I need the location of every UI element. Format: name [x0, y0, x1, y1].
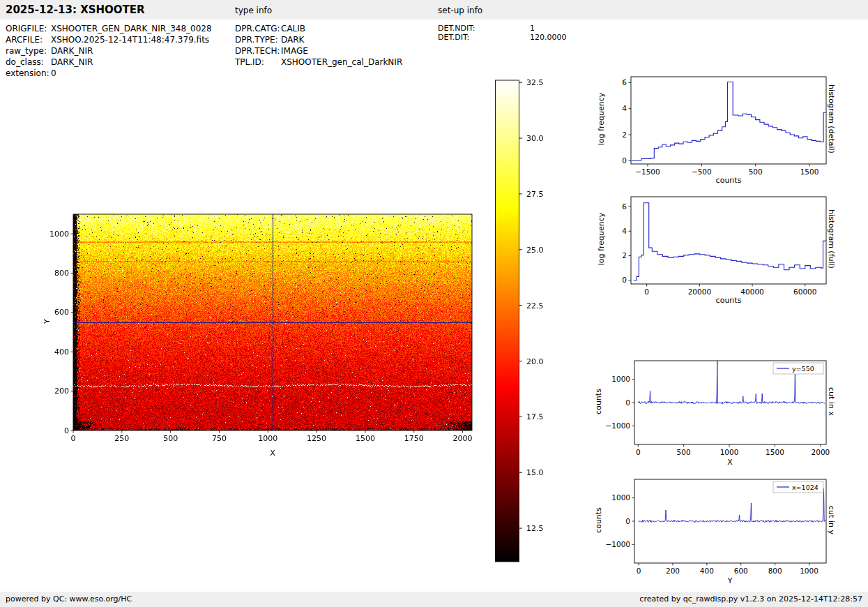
histogram-full-xlabel: counts [701, 296, 756, 305]
svg-text:−1500: −1500 [635, 167, 660, 176]
metadata-key: extension: [6, 68, 51, 79]
histogram-full-ylabel: log frequency [597, 197, 606, 281]
metadata-row: do_class:DARK_NIR [6, 57, 212, 68]
svg-text:1000: 1000 [258, 434, 277, 443]
metadata-key: ORIGFILE: [6, 23, 51, 34]
svg-text:25.0: 25.0 [526, 246, 544, 255]
svg-text:40000: 40000 [740, 287, 763, 296]
metadata-row: DPR.TECH:IMAGE [235, 45, 402, 57]
y-axis-label: Y [43, 304, 52, 339]
metadata-value: DARK_NIR [51, 57, 93, 67]
svg-text:x=1024: x=1024 [792, 484, 818, 491]
cut-x-xlabel: X [709, 458, 751, 467]
metadata-row: DET.DIT:120.0000 [438, 33, 567, 42]
svg-text:15.0: 15.0 [526, 468, 544, 477]
svg-text:400: 400 [700, 567, 714, 575]
metadata-row: DET.NDIT:1 [438, 24, 567, 33]
svg-text:200: 200 [54, 387, 69, 396]
svg-text:1500: 1500 [800, 167, 819, 176]
svg-text:800: 800 [768, 567, 782, 575]
setup-info-label: set-up info [438, 6, 482, 15]
page-title: 2025-12-13: XSHOOTER [6, 3, 145, 16]
svg-text:200: 200 [666, 567, 680, 575]
svg-text:1000: 1000 [720, 448, 739, 456]
footer-bar: powered by QC: www.eso.org/HC created by… [0, 592, 868, 607]
cut-x-right-label: cut in x [827, 360, 836, 444]
svg-text:6: 6 [622, 202, 627, 211]
metadata-row: ORIGFILE:XSHOOTER_GEN_DARK_NIR_348_0028 [6, 23, 212, 34]
svg-text:0: 0 [636, 448, 641, 456]
svg-text:0: 0 [622, 156, 627, 165]
svg-text:22.5: 22.5 [526, 301, 544, 310]
metadata-value: DARK [281, 35, 304, 45]
svg-text:0: 0 [622, 276, 627, 284]
svg-text:1000: 1000 [50, 230, 69, 239]
cut-y-xlabel: Y [709, 576, 751, 585]
svg-text:−1000: −1000 [605, 540, 630, 548]
metadata-row: raw_type:DARK_NIR [6, 45, 212, 57]
svg-text:60000: 60000 [793, 287, 816, 296]
footer-left-text: powered by QC: www.eso.org/HC [6, 594, 132, 604]
svg-text:y=550: y=550 [792, 365, 814, 373]
footer-right-text: created by qc_rawdisp.py v1.2.3 on 2025-… [639, 594, 862, 604]
metadata-row: extension:0 [6, 68, 212, 79]
svg-text:1250: 1250 [307, 434, 326, 443]
svg-text:500: 500 [677, 448, 691, 456]
metadata-value: XSHOOTER_gen_cal_DarkNIR [281, 57, 402, 67]
svg-text:20.0: 20.0 [526, 357, 544, 366]
metadata-key: raw_type: [6, 45, 51, 57]
svg-text:2000: 2000 [812, 448, 830, 456]
metadata-key: DPR.TYPE: [235, 34, 281, 45]
metadata-value: CALIB [281, 24, 305, 33]
svg-text:600: 600 [734, 567, 748, 575]
svg-text:6: 6 [622, 78, 627, 87]
colorbar-gradient [495, 80, 519, 562]
svg-text:600: 600 [54, 308, 69, 317]
svg-text:−1000: −1000 [605, 421, 630, 430]
dark-frame-panel: 0250500750100012501500175020000200400600… [28, 202, 509, 481]
colorbar-panel: 12.515.017.520.022.525.027.530.032.5 [495, 80, 572, 565]
dark-frame-image [73, 214, 472, 430]
svg-text:500: 500 [163, 434, 178, 443]
type-info-block: DPR.CATG:CALIB DPR.TYPE:DARK DPR.TECH:IM… [235, 23, 402, 68]
svg-text:250: 250 [114, 434, 129, 443]
qc-report-page: 2025-12-13: XSHOOTER type info set-up in… [0, 0, 868, 607]
svg-text:1000: 1000 [611, 493, 630, 502]
metadata-value: IMAGE [281, 46, 308, 56]
svg-text:2: 2 [622, 251, 627, 260]
svg-text:32.5: 32.5 [526, 80, 544, 87]
svg-text:2: 2 [622, 130, 627, 139]
metadata-key: DPR.CATG: [235, 23, 281, 34]
metadata-key: do_class: [6, 57, 51, 68]
svg-text:20000: 20000 [688, 287, 711, 296]
svg-text:1750: 1750 [404, 434, 424, 443]
header-bar: 2025-12-13: XSHOOTER type info set-up in… [0, 0, 868, 20]
histogram-detail-right-label: histogram (detail) [827, 77, 836, 161]
metadata-value: XSHOOTER_GEN_DARK_NIR_348_0028 [51, 24, 212, 33]
svg-text:1000: 1000 [800, 567, 818, 575]
metadata-key: TPL.ID: [235, 57, 281, 68]
metadata-row: DPR.TYPE:DARK [235, 34, 402, 45]
cut-y-ylabel: counts [594, 479, 603, 562]
histogram-detail-ylabel: log frequency [597, 77, 606, 161]
type-info-label: type info [235, 6, 272, 15]
setup-info-block: DET.NDIT:1 DET.DIT:120.0000 [438, 24, 567, 42]
svg-text:−500: −500 [692, 167, 712, 176]
svg-text:0: 0 [625, 398, 630, 407]
svg-text:750: 750 [212, 434, 227, 443]
metadata-key: ARCFILE: [6, 34, 51, 45]
svg-text:4: 4 [622, 227, 627, 235]
svg-text:1500: 1500 [356, 434, 375, 443]
file-info-block: ORIGFILE:XSHOOTER_GEN_DARK_NIR_348_0028 … [6, 23, 212, 79]
metadata-key: DPR.TECH: [235, 45, 281, 57]
svg-text:12.5: 12.5 [526, 524, 544, 533]
svg-text:0: 0 [625, 517, 630, 525]
metadata-row: DPR.CATG:CALIB [235, 23, 402, 34]
cut-x-ylabel: counts [594, 360, 603, 444]
metadata-key: DET.DIT: [438, 33, 530, 42]
metadata-key: DET.NDIT: [438, 24, 530, 33]
metadata-value: 120.0000 [530, 33, 567, 42]
histogram-full-right-label: histogram (full) [827, 197, 836, 281]
metadata-row: TPL.ID:XSHOOTER_gen_cal_DarkNIR [235, 57, 402, 68]
metadata-value: 1 [530, 24, 535, 33]
